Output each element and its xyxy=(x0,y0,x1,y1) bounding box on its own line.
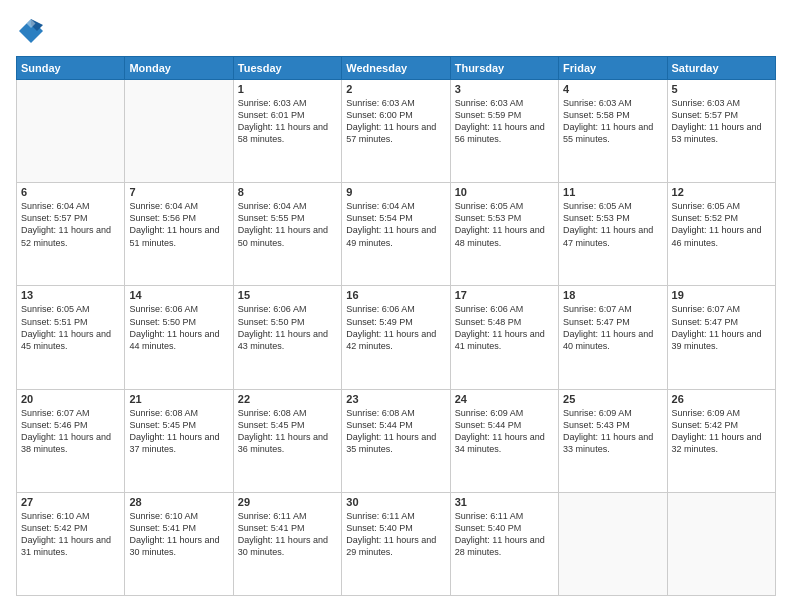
calendar-cell: 21Sunrise: 6:08 AM Sunset: 5:45 PM Dayli… xyxy=(125,389,233,492)
calendar-cell: 12Sunrise: 6:05 AM Sunset: 5:52 PM Dayli… xyxy=(667,183,775,286)
weekday-header-thursday: Thursday xyxy=(450,57,558,80)
cell-info: Sunrise: 6:08 AM Sunset: 5:45 PM Dayligh… xyxy=(238,407,337,456)
calendar-cell: 8Sunrise: 6:04 AM Sunset: 5:55 PM Daylig… xyxy=(233,183,341,286)
calendar-cell: 29Sunrise: 6:11 AM Sunset: 5:41 PM Dayli… xyxy=(233,492,341,595)
weekday-header-wednesday: Wednesday xyxy=(342,57,450,80)
day-number: 24 xyxy=(455,393,554,405)
calendar-cell: 13Sunrise: 6:05 AM Sunset: 5:51 PM Dayli… xyxy=(17,286,125,389)
calendar-cell: 24Sunrise: 6:09 AM Sunset: 5:44 PM Dayli… xyxy=(450,389,558,492)
day-number: 3 xyxy=(455,83,554,95)
day-number: 22 xyxy=(238,393,337,405)
cell-info: Sunrise: 6:11 AM Sunset: 5:40 PM Dayligh… xyxy=(346,510,445,559)
cell-info: Sunrise: 6:05 AM Sunset: 5:53 PM Dayligh… xyxy=(455,200,554,249)
calendar-cell: 27Sunrise: 6:10 AM Sunset: 5:42 PM Dayli… xyxy=(17,492,125,595)
calendar-week-1: 1Sunrise: 6:03 AM Sunset: 6:01 PM Daylig… xyxy=(17,80,776,183)
weekday-header-row: SundayMondayTuesdayWednesdayThursdayFrid… xyxy=(17,57,776,80)
day-number: 6 xyxy=(21,186,120,198)
calendar-week-2: 6Sunrise: 6:04 AM Sunset: 5:57 PM Daylig… xyxy=(17,183,776,286)
day-number: 27 xyxy=(21,496,120,508)
calendar-cell: 15Sunrise: 6:06 AM Sunset: 5:50 PM Dayli… xyxy=(233,286,341,389)
day-number: 11 xyxy=(563,186,662,198)
calendar-cell: 23Sunrise: 6:08 AM Sunset: 5:44 PM Dayli… xyxy=(342,389,450,492)
calendar-week-5: 27Sunrise: 6:10 AM Sunset: 5:42 PM Dayli… xyxy=(17,492,776,595)
calendar-cell: 2Sunrise: 6:03 AM Sunset: 6:00 PM Daylig… xyxy=(342,80,450,183)
cell-info: Sunrise: 6:03 AM Sunset: 5:58 PM Dayligh… xyxy=(563,97,662,146)
cell-info: Sunrise: 6:08 AM Sunset: 5:44 PM Dayligh… xyxy=(346,407,445,456)
calendar-cell: 3Sunrise: 6:03 AM Sunset: 5:59 PM Daylig… xyxy=(450,80,558,183)
calendar-week-3: 13Sunrise: 6:05 AM Sunset: 5:51 PM Dayli… xyxy=(17,286,776,389)
day-number: 4 xyxy=(563,83,662,95)
day-number: 5 xyxy=(672,83,771,95)
calendar-cell: 28Sunrise: 6:10 AM Sunset: 5:41 PM Dayli… xyxy=(125,492,233,595)
logo-icon xyxy=(16,16,46,46)
cell-info: Sunrise: 6:07 AM Sunset: 5:46 PM Dayligh… xyxy=(21,407,120,456)
cell-info: Sunrise: 6:09 AM Sunset: 5:44 PM Dayligh… xyxy=(455,407,554,456)
calendar-cell: 6Sunrise: 6:04 AM Sunset: 5:57 PM Daylig… xyxy=(17,183,125,286)
cell-info: Sunrise: 6:06 AM Sunset: 5:48 PM Dayligh… xyxy=(455,303,554,352)
day-number: 29 xyxy=(238,496,337,508)
day-number: 7 xyxy=(129,186,228,198)
cell-info: Sunrise: 6:03 AM Sunset: 5:57 PM Dayligh… xyxy=(672,97,771,146)
calendar-cell xyxy=(559,492,667,595)
cell-info: Sunrise: 6:07 AM Sunset: 5:47 PM Dayligh… xyxy=(563,303,662,352)
calendar-cell: 26Sunrise: 6:09 AM Sunset: 5:42 PM Dayli… xyxy=(667,389,775,492)
cell-info: Sunrise: 6:10 AM Sunset: 5:42 PM Dayligh… xyxy=(21,510,120,559)
day-number: 30 xyxy=(346,496,445,508)
cell-info: Sunrise: 6:11 AM Sunset: 5:40 PM Dayligh… xyxy=(455,510,554,559)
day-number: 31 xyxy=(455,496,554,508)
calendar-cell: 18Sunrise: 6:07 AM Sunset: 5:47 PM Dayli… xyxy=(559,286,667,389)
calendar-cell xyxy=(125,80,233,183)
calendar-cell: 1Sunrise: 6:03 AM Sunset: 6:01 PM Daylig… xyxy=(233,80,341,183)
cell-info: Sunrise: 6:06 AM Sunset: 5:50 PM Dayligh… xyxy=(129,303,228,352)
day-number: 28 xyxy=(129,496,228,508)
cell-info: Sunrise: 6:05 AM Sunset: 5:53 PM Dayligh… xyxy=(563,200,662,249)
weekday-header-sunday: Sunday xyxy=(17,57,125,80)
cell-info: Sunrise: 6:04 AM Sunset: 5:55 PM Dayligh… xyxy=(238,200,337,249)
header xyxy=(16,16,776,46)
calendar-cell xyxy=(667,492,775,595)
day-number: 10 xyxy=(455,186,554,198)
cell-info: Sunrise: 6:03 AM Sunset: 5:59 PM Dayligh… xyxy=(455,97,554,146)
cell-info: Sunrise: 6:04 AM Sunset: 5:57 PM Dayligh… xyxy=(21,200,120,249)
page: SundayMondayTuesdayWednesdayThursdayFrid… xyxy=(0,0,792,612)
calendar-cell: 20Sunrise: 6:07 AM Sunset: 5:46 PM Dayli… xyxy=(17,389,125,492)
weekday-header-friday: Friday xyxy=(559,57,667,80)
calendar-cell: 5Sunrise: 6:03 AM Sunset: 5:57 PM Daylig… xyxy=(667,80,775,183)
logo xyxy=(16,16,50,46)
calendar-cell: 11Sunrise: 6:05 AM Sunset: 5:53 PM Dayli… xyxy=(559,183,667,286)
day-number: 25 xyxy=(563,393,662,405)
calendar-cell: 22Sunrise: 6:08 AM Sunset: 5:45 PM Dayli… xyxy=(233,389,341,492)
day-number: 1 xyxy=(238,83,337,95)
day-number: 13 xyxy=(21,289,120,301)
cell-info: Sunrise: 6:09 AM Sunset: 5:43 PM Dayligh… xyxy=(563,407,662,456)
cell-info: Sunrise: 6:06 AM Sunset: 5:49 PM Dayligh… xyxy=(346,303,445,352)
cell-info: Sunrise: 6:05 AM Sunset: 5:52 PM Dayligh… xyxy=(672,200,771,249)
day-number: 12 xyxy=(672,186,771,198)
cell-info: Sunrise: 6:10 AM Sunset: 5:41 PM Dayligh… xyxy=(129,510,228,559)
day-number: 15 xyxy=(238,289,337,301)
day-number: 23 xyxy=(346,393,445,405)
calendar-cell: 7Sunrise: 6:04 AM Sunset: 5:56 PM Daylig… xyxy=(125,183,233,286)
day-number: 18 xyxy=(563,289,662,301)
cell-info: Sunrise: 6:04 AM Sunset: 5:54 PM Dayligh… xyxy=(346,200,445,249)
calendar-cell: 31Sunrise: 6:11 AM Sunset: 5:40 PM Dayli… xyxy=(450,492,558,595)
weekday-header-saturday: Saturday xyxy=(667,57,775,80)
cell-info: Sunrise: 6:07 AM Sunset: 5:47 PM Dayligh… xyxy=(672,303,771,352)
cell-info: Sunrise: 6:04 AM Sunset: 5:56 PM Dayligh… xyxy=(129,200,228,249)
day-number: 8 xyxy=(238,186,337,198)
calendar-cell: 4Sunrise: 6:03 AM Sunset: 5:58 PM Daylig… xyxy=(559,80,667,183)
cell-info: Sunrise: 6:03 AM Sunset: 6:00 PM Dayligh… xyxy=(346,97,445,146)
cell-info: Sunrise: 6:08 AM Sunset: 5:45 PM Dayligh… xyxy=(129,407,228,456)
calendar-cell: 9Sunrise: 6:04 AM Sunset: 5:54 PM Daylig… xyxy=(342,183,450,286)
calendar-cell: 17Sunrise: 6:06 AM Sunset: 5:48 PM Dayli… xyxy=(450,286,558,389)
day-number: 17 xyxy=(455,289,554,301)
cell-info: Sunrise: 6:05 AM Sunset: 5:51 PM Dayligh… xyxy=(21,303,120,352)
day-number: 9 xyxy=(346,186,445,198)
calendar-cell: 25Sunrise: 6:09 AM Sunset: 5:43 PM Dayli… xyxy=(559,389,667,492)
day-number: 21 xyxy=(129,393,228,405)
day-number: 16 xyxy=(346,289,445,301)
day-number: 26 xyxy=(672,393,771,405)
day-number: 20 xyxy=(21,393,120,405)
calendar-cell: 30Sunrise: 6:11 AM Sunset: 5:40 PM Dayli… xyxy=(342,492,450,595)
cell-info: Sunrise: 6:09 AM Sunset: 5:42 PM Dayligh… xyxy=(672,407,771,456)
